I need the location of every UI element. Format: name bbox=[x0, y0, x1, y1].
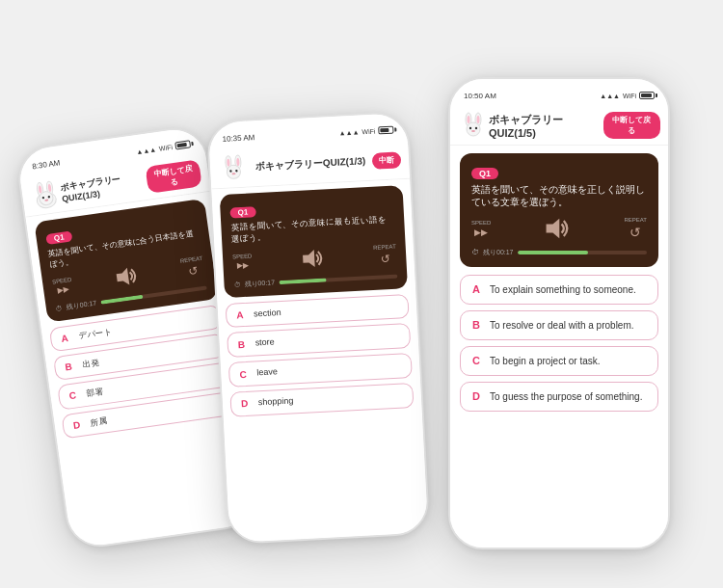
wifi-2: WiFi bbox=[362, 127, 375, 135]
logo-1 bbox=[28, 177, 63, 212]
option-A-3[interactable]: A To explain something to someone. bbox=[460, 275, 658, 305]
audio-controls-2: SPEED ▶▶ REPEAT ↺ bbox=[232, 242, 397, 274]
option-C-2[interactable]: C leave bbox=[228, 353, 413, 388]
quiz-question-2: 英語を聞いて、その意味に最も近い語を選ぼう。 bbox=[230, 214, 395, 246]
battery-2 bbox=[378, 126, 393, 135]
progress-fill-1 bbox=[100, 295, 144, 305]
q-badge-2: Q1 bbox=[229, 206, 255, 218]
svg-point-22 bbox=[477, 116, 480, 123]
quiz-title-3: ボキャブラリーQUIZ(1/5) bbox=[489, 113, 603, 139]
quiz-card-3: Q1 英語を聞いて、その意味を正しく説明している文章を選ぼう。 SPEED ▶▶ bbox=[460, 153, 658, 267]
quiz-question-3: 英語を聞いて、その意味を正しく説明している文章を選ぼう。 bbox=[471, 183, 647, 209]
phone-3: 10:50 AM ▲▲▲ WiFi bbox=[448, 77, 670, 549]
q-badge-1: Q1 bbox=[45, 230, 72, 245]
svg-point-26 bbox=[471, 130, 475, 132]
option-A-2[interactable]: A section bbox=[226, 294, 410, 329]
time-1: 8:30 AM bbox=[32, 158, 61, 171]
timer-row-2: ⏱ 残り00:17 bbox=[233, 271, 397, 289]
speaker-icon-1[interactable] bbox=[112, 263, 142, 290]
status-bar-3: 10:50 AM ▲▲▲ WiFi bbox=[450, 79, 668, 106]
signal-3: ▲▲▲ bbox=[600, 93, 620, 99]
svg-point-14 bbox=[227, 165, 241, 179]
back-btn-1[interactable]: 中断して戻る bbox=[146, 159, 202, 194]
svg-point-23 bbox=[467, 122, 480, 136]
options-list-3: A To explain something to someone. B To … bbox=[450, 267, 668, 548]
option-D-3[interactable]: D To guess the purpose of something. bbox=[460, 382, 658, 412]
status-icons-1: ▲▲▲ WiFi bbox=[136, 140, 191, 155]
time-3: 10:50 AM bbox=[464, 92, 496, 100]
quiz-title-2: ボキャブラリーQUIZ(1/3) bbox=[255, 154, 366, 174]
status-icons-2: ▲▲▲ WiFi bbox=[338, 126, 393, 137]
timer-1: 残り00:17 bbox=[66, 299, 97, 312]
timer-row-3: ⏱ 残り00:17 bbox=[471, 248, 647, 257]
phone-2: 10:35 AM ▲▲▲ WiFi bbox=[206, 111, 431, 545]
logo-2 bbox=[217, 152, 250, 185]
content-3: Q1 英語を聞いて、その意味を正しく説明している文章を選ぼう。 SPEED ▶▶ bbox=[450, 146, 668, 548]
content-2: Q1 英語を聞いて、その意味に最も近い語を選ぼう。 SPEED ▶▶ bbox=[211, 179, 428, 543]
option-B-3[interactable]: B To resolve or deal with a problem. bbox=[460, 310, 658, 340]
svg-marker-9 bbox=[116, 268, 129, 286]
time-2: 10:35 AM bbox=[222, 133, 254, 144]
svg-point-24 bbox=[469, 127, 471, 129]
phones-container: 8:30 AM ▲▲▲ WiFi bbox=[24, 19, 699, 569]
logo-3 bbox=[458, 110, 489, 141]
header-3: ボキャブラリーQUIZ(1/5) 中断して戻る bbox=[450, 106, 668, 146]
wifi-3: WiFi bbox=[623, 93, 636, 99]
bunny-icon-1 bbox=[28, 177, 63, 212]
timer-3: 残り00:17 bbox=[483, 248, 514, 257]
bunny-icon-3 bbox=[458, 110, 489, 141]
q-badge-3: Q1 bbox=[471, 168, 498, 179]
svg-point-21 bbox=[468, 116, 470, 123]
quiz-title-1: ボキャブラリーQUIZ(1/3) bbox=[60, 170, 148, 203]
battery-3 bbox=[639, 92, 655, 99]
svg-marker-18 bbox=[303, 250, 315, 268]
speaker-icon-3[interactable] bbox=[542, 215, 573, 242]
wifi-1: WiFi bbox=[158, 143, 173, 151]
option-B-2[interactable]: B store bbox=[227, 323, 411, 358]
options-list-2: A section B store C leave D shopping bbox=[217, 287, 428, 543]
svg-marker-27 bbox=[547, 218, 560, 238]
bunny-icon-2 bbox=[217, 152, 250, 185]
audio-controls-3: SPEED ▶▶ REPEAT ↺ bbox=[471, 215, 647, 242]
battery-1 bbox=[174, 140, 191, 149]
speed-section-1: SPEED ▶▶ bbox=[52, 277, 74, 296]
option-C-3[interactable]: C To begin a project or task. bbox=[460, 346, 658, 376]
back-btn-2[interactable]: 中断 bbox=[372, 151, 402, 170]
signal-2: ▲▲▲ bbox=[338, 128, 359, 136]
back-btn-3[interactable]: 中断して戻る bbox=[603, 112, 660, 139]
option-D-2[interactable]: D shopping bbox=[229, 383, 414, 417]
status-icons-3: ▲▲▲ WiFi bbox=[600, 92, 655, 99]
repeat-section-1: REPEAT ↺ bbox=[180, 255, 205, 280]
quiz-card-2: Q1 英語を聞いて、その意味に最も近い語を選ぼう。 SPEED ▶▶ bbox=[220, 185, 408, 298]
signal-1: ▲▲▲ bbox=[136, 146, 157, 155]
speaker-icon-2[interactable] bbox=[299, 246, 327, 270]
timer-2: 残り00:17 bbox=[244, 278, 275, 289]
svg-point-25 bbox=[475, 127, 477, 129]
